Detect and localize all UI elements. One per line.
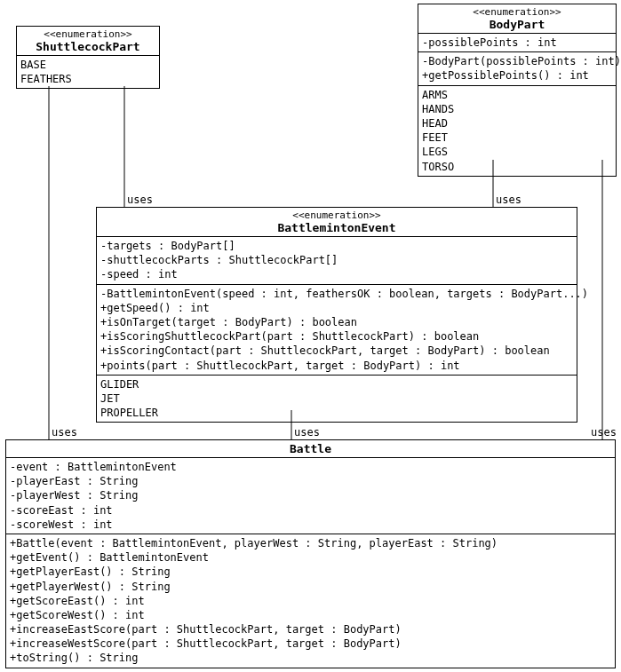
attribute: -playerWest : String	[10, 488, 611, 502]
class-battlemintonevent: <<enumeration>> BattlemintonEvent -targe…	[96, 207, 577, 423]
attribute: -event : BattlemintonEvent	[10, 460, 611, 474]
attribute: -targets : BodyPart[]	[100, 239, 573, 253]
class-name: BattlemintonEvent	[100, 221, 573, 234]
method: +isOnTarget(target : BodyPart) : boolean	[100, 315, 573, 329]
method: +getPlayerEast() : String	[10, 565, 611, 579]
class-name: ShuttlecockPart	[20, 40, 155, 53]
stereotype: <<enumeration>>	[422, 6, 612, 18]
uses-label: uses	[127, 194, 153, 206]
method: +getPossiblePoints() : int	[422, 68, 612, 83]
class-battle: Battle -event : BattlemintonEvent -playe…	[5, 439, 616, 668]
method: +toString() : String	[10, 651, 611, 665]
enum-value: FEET	[422, 130, 612, 145]
attribute: -speed : int	[100, 267, 573, 281]
class-name: Battle	[10, 442, 611, 455]
enum-value: ARMS	[422, 88, 612, 102]
enum-values: ARMS HANDS HEAD FEET LEGS TORSO	[418, 86, 616, 176]
class-shuttlecockpart: <<enumeration>> ShuttlecockPart BASE FEA…	[16, 26, 160, 89]
class-name: BodyPart	[422, 18, 612, 31]
enum-value: HEAD	[422, 116, 612, 130]
method: -BattlemintonEvent(speed : int, feathers…	[100, 287, 573, 301]
method: +isScoringContact(part : ShuttlecockPart…	[100, 344, 573, 358]
stereotype: <<enumeration>>	[100, 210, 573, 221]
enum-value: TORSO	[422, 160, 612, 174]
enum-values: GLIDER JET PROPELLER	[97, 376, 577, 423]
enum-value: HANDS	[422, 102, 612, 116]
enum-value: LEGS	[422, 145, 612, 159]
uses-label: uses	[496, 194, 521, 206]
method: +increaseEastScore(part : ShuttlecockPar…	[10, 622, 611, 636]
methods: +Battle(event : BattlemintonEvent, playe…	[6, 534, 615, 668]
method: +getEvent() : BattlemintonEvent	[10, 550, 611, 565]
uses-label: uses	[52, 426, 77, 439]
attribute: -scoreWest : int	[10, 518, 611, 532]
method: +getScoreEast() : int	[10, 594, 611, 608]
class-bodypart: <<enumeration>> BodyPart -possiblePoints…	[418, 4, 617, 177]
enum-value: JET	[100, 391, 573, 406]
attribute: -scoreEast : int	[10, 503, 611, 518]
methods: -BattlemintonEvent(speed : int, feathers…	[97, 285, 577, 376]
uses-label: uses	[591, 426, 617, 439]
attributes: -targets : BodyPart[] -shuttlecockParts …	[97, 237, 577, 285]
enum-value: FEATHERS	[20, 72, 155, 86]
uses-label: uses	[294, 426, 320, 439]
enum-value: GLIDER	[100, 377, 573, 391]
method: +getSpeed() : int	[100, 301, 573, 315]
enum-value: PROPELLER	[100, 406, 573, 420]
method: +getPlayerWest() : String	[10, 580, 611, 594]
attributes: -event : BattlemintonEvent -playerEast :…	[6, 458, 615, 534]
attribute: -shuttlecockParts : ShuttlecockPart[]	[100, 253, 573, 267]
attributes: -possiblePoints : int	[418, 34, 616, 52]
method: +getScoreWest() : int	[10, 608, 611, 622]
attribute: -playerEast : String	[10, 474, 611, 488]
method: +points(part : ShuttlecockPart, target :…	[100, 359, 573, 373]
methods: -BodyPart(possiblePoints : int) +getPoss…	[418, 52, 616, 85]
attribute: -possiblePoints : int	[422, 36, 612, 50]
method: +isScoringShuttlecockPart(part : Shuttle…	[100, 329, 573, 344]
method: -BodyPart(possiblePoints : int)	[422, 54, 612, 68]
method: +Battle(event : BattlemintonEvent, playe…	[10, 536, 611, 550]
enum-value: BASE	[20, 58, 155, 72]
method: +increaseWestScore(part : ShuttlecockPar…	[10, 636, 611, 651]
stereotype: <<enumeration>>	[20, 28, 155, 40]
enum-values: BASE FEATHERS	[17, 56, 159, 88]
